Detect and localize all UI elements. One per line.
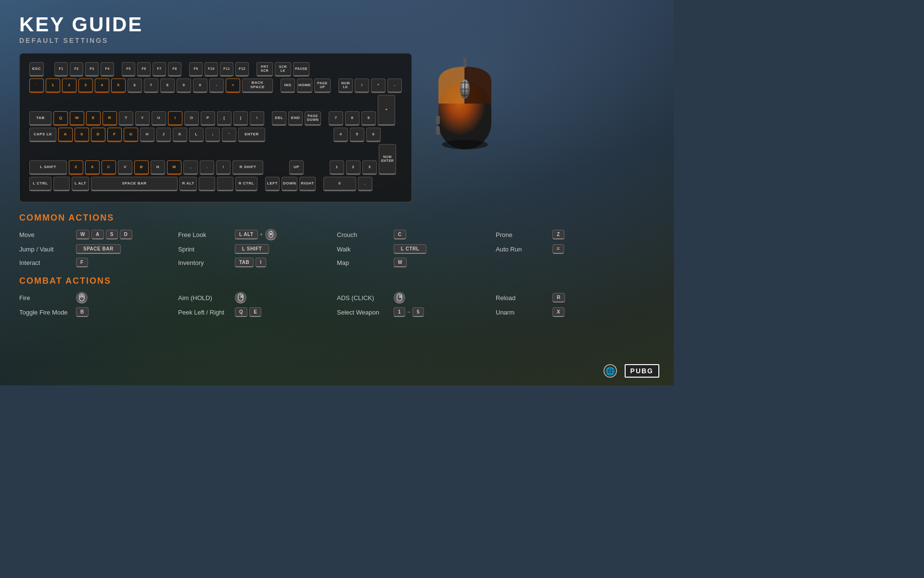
key-del: DEL xyxy=(272,111,286,126)
key-space: SPACE BAR xyxy=(91,177,178,191)
action-firemode: Toggle Fire Mode B xyxy=(19,307,178,317)
key-d: D xyxy=(91,128,105,142)
globe-icon[interactable]: 🌐 xyxy=(603,364,617,378)
key-f4: F4 xyxy=(101,62,114,77)
key-o: O xyxy=(184,111,199,126)
action-selectweapon: Select Weapon 1 ~ 5 xyxy=(337,307,496,317)
page-subtitle: DEFAULT SETTINGS xyxy=(19,37,654,44)
action-sprint-label: Sprint xyxy=(178,246,231,253)
key-win xyxy=(53,177,70,191)
action-walk-label: Walk xyxy=(337,246,390,253)
key-lalt: L ALT xyxy=(72,177,89,191)
action-interact-label: Interact xyxy=(19,259,72,266)
key-0: 0 xyxy=(193,79,207,93)
key-badge-c: C xyxy=(394,230,406,239)
key-1: 1 xyxy=(46,79,60,93)
key-m: M xyxy=(167,160,181,175)
key-row-zxcv: L SHIFT Z X C V B N M , . / R SHIFT UP 1… xyxy=(29,144,402,175)
key-badge-e: E xyxy=(249,307,261,317)
key-f9: F9 xyxy=(189,62,203,77)
key-numplus: + xyxy=(378,95,395,126)
action-jump-label: Jump / Vault xyxy=(19,246,72,253)
key-badge-s: S xyxy=(106,230,118,239)
key-enter: ENTER xyxy=(238,128,265,142)
action-empty1 xyxy=(496,258,654,267)
key-down: DOWN xyxy=(282,177,297,191)
action-reload: Reload R xyxy=(496,292,654,303)
key-up: UP xyxy=(289,160,304,175)
action-autorun-label: Auto Run xyxy=(496,246,549,253)
gap7 xyxy=(266,111,270,126)
gap18 xyxy=(259,177,263,191)
key-numlk: NUMLK xyxy=(338,79,353,93)
key-badge-d: D xyxy=(120,230,132,239)
main-content: KEY GUIDE DEFAULT SETTINGS ESC F1 F2 F3 … xyxy=(0,0,674,340)
key-k: K xyxy=(173,128,187,142)
key-numslash: / xyxy=(355,79,369,93)
key-a: A xyxy=(58,128,73,142)
action-firemode-label: Toggle Fire Mode xyxy=(19,309,72,316)
gap8 xyxy=(323,111,327,126)
action-crouch: Crouch C xyxy=(337,229,496,240)
key-badge-f: F xyxy=(76,258,88,267)
action-move: Move W A S D xyxy=(19,229,178,240)
action-interact-keys: F xyxy=(76,258,88,267)
action-reload-keys: R xyxy=(552,293,565,302)
key-num3: 3 xyxy=(362,160,377,175)
key-f2: F2 xyxy=(70,62,83,77)
action-move-keys: W A S D xyxy=(76,230,132,239)
key-f6: F6 xyxy=(137,62,151,77)
gap2 xyxy=(116,62,120,77)
action-move-label: Move xyxy=(19,231,72,238)
combat-actions-grid: Fire Aim (HOLD) ADS (CLICK) xyxy=(19,292,654,317)
key-y: Y xyxy=(135,111,150,126)
action-reload-label: Reload xyxy=(496,294,549,302)
key-comma: , xyxy=(183,160,198,175)
gap17 xyxy=(324,160,328,175)
gap16 xyxy=(306,160,322,175)
key-c: C xyxy=(102,160,116,175)
action-walk-keys: L CTRL xyxy=(394,244,426,254)
key-5: 5 xyxy=(111,79,126,93)
key-badge-lalt: L ALT xyxy=(235,230,258,239)
common-actions-section: COMMON ACTIONS Move W A S D Free Look L … xyxy=(19,213,654,317)
action-crouch-keys: C xyxy=(394,230,406,239)
action-unarm-keys: X xyxy=(552,307,565,317)
action-fire-label: Fire xyxy=(19,294,72,302)
action-prone: Prone Z xyxy=(496,229,654,240)
key-badge-1w: 1 xyxy=(394,307,405,317)
key-quote: ' xyxy=(222,128,236,142)
action-freelook: Free Look L ALT + xyxy=(178,229,337,240)
action-ads: ADS (CLICK) xyxy=(337,292,496,303)
key-home: HOME xyxy=(297,79,312,93)
common-actions-grid: Move W A S D Free Look L ALT + xyxy=(19,229,654,267)
gap11 xyxy=(291,128,308,142)
plus-sep1: + xyxy=(260,231,263,238)
gap5 xyxy=(275,79,279,93)
key-equals: = xyxy=(226,79,240,93)
common-actions-header: COMMON ACTIONS xyxy=(19,213,654,223)
key-num4: 4 xyxy=(334,128,348,142)
key-semicolon: ; xyxy=(205,128,220,142)
mouse-svg xyxy=(434,58,496,154)
gap10 xyxy=(273,128,289,142)
key-u: U xyxy=(152,111,166,126)
key-num0: 0 xyxy=(323,177,356,191)
key-row-bottom: L CTRL L ALT SPACE BAR R ALT R CTRL LEFT… xyxy=(29,177,402,191)
key-slash: / xyxy=(216,160,231,175)
key-f8: F8 xyxy=(168,62,181,77)
action-fire: Fire xyxy=(19,292,178,303)
key-badge-r: R xyxy=(552,293,565,302)
action-peek-label: Peek Left / Right xyxy=(178,309,231,316)
action-unarm: Unarm X xyxy=(496,307,654,317)
action-prone-keys: Z xyxy=(552,230,565,239)
action-inventory: Inventory TAB I xyxy=(178,258,337,267)
key-num5: 5 xyxy=(350,128,364,142)
key-right: RIGHT xyxy=(299,177,315,191)
key-backspace: BACKSPACE xyxy=(242,79,273,93)
svg-rect-8 xyxy=(436,126,440,135)
action-peek-keys: Q E xyxy=(235,307,261,317)
key-2: 2 xyxy=(62,79,77,93)
key-numstar: * xyxy=(371,79,385,93)
gap3 xyxy=(183,62,187,77)
